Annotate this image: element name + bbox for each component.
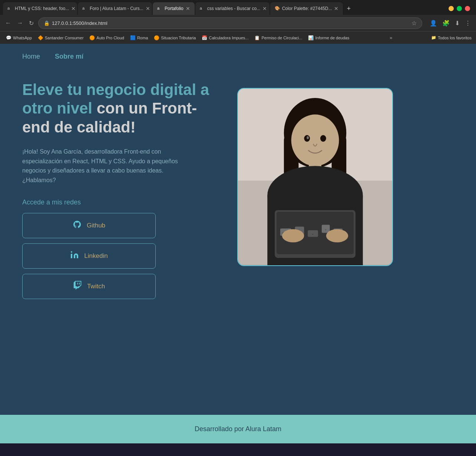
tab-3-favicon: a [157,6,162,11]
svg-point-0 [71,251,72,253]
portfolio-nav: Home Sobre mí [0,44,476,69]
minimize-button[interactable] [449,6,454,11]
github-icon [73,220,82,231]
hero-content: Eleve tu negocio digital a otro nivel co… [22,81,215,306]
bookmark-permiso[interactable]: 📋 Permiso de Circulaci... [253,35,304,41]
bookmark-autopro-label: Auto Pro Cloud [96,36,124,40]
profile-image-container: ◉ ★ ▲ ✦ [237,88,393,266]
svg-point-25 [326,229,348,243]
bookmark-autopro[interactable]: 🟠 Auto Pro Cloud [88,35,126,41]
extensions-icon[interactable]: 🧩 [441,18,451,28]
github-button[interactable]: Github [22,213,156,238]
tab-3-close[interactable]: ✕ [186,6,190,12]
svg-point-8 [320,135,326,142]
svg-point-9 [307,136,309,139]
permiso-icon: 📋 [254,35,260,40]
bookmark-whatsapp-label: WhatsApp [13,36,32,40]
whatsapp-icon: 💬 [6,35,11,40]
tab-1-favicon: a [7,6,13,11]
bookmark-whatsapp[interactable]: 💬 WhatsApp [4,35,33,41]
hero-section: Eleve tu negocio digital a otro nivel co… [0,69,476,329]
portfolio-page: Home Sobre mí Eleve tu negocio digital a… [0,44,476,415]
bookmark-situacion-label: Situacion Tributaria [161,36,196,40]
tab-2[interactable]: a Foro | Alura Latam - Curs... ✕ [78,2,152,15]
situacion-icon: 🟠 [154,35,159,40]
bookmarks-more-button[interactable]: » [390,35,392,40]
tab-4-label: css variables - Buscar co... [207,6,260,11]
new-tab-button[interactable]: + [344,3,354,14]
maximize-button[interactable] [457,6,462,11]
roma-icon: 🟦 [130,35,136,40]
social-section: Accede a mis redes Github [22,199,215,299]
tab-4-favicon: a [200,6,205,11]
santander-icon: 🔶 [38,35,43,40]
linkedin-button[interactable]: Linkedin [22,243,156,269]
bookmarks-folder-label: Todos los favoritos [438,36,472,40]
informe-icon: 📊 [308,35,314,40]
nav-home[interactable]: Home [22,53,40,60]
profile-image: ◉ ★ ▲ ✦ [238,89,392,265]
calculadora-icon: 📅 [202,35,207,40]
autopro-icon: 🟠 [89,35,95,40]
footer-text: Desarrollado por Alura Latam [10,425,466,433]
tab-4[interactable]: a css variables - Buscar co... ✕ [195,2,270,15]
twitch-icon [73,281,82,292]
star-icon[interactable]: ☆ [411,20,417,27]
portfolio-footer: Desarrollado por Alura Latam [0,415,476,443]
menu-icon[interactable]: ⋮ [463,18,472,28]
tab-1-label: HTML y CSS: header, foo... [15,6,69,11]
bookmark-calculadora[interactable]: 📅 Calculadora Impues... [200,35,250,41]
tab-4-close[interactable]: ✕ [262,6,267,12]
tab-2-close[interactable]: ✕ [146,6,150,12]
github-label: Github [87,222,105,229]
bookmark-roma-label: Roma [137,36,148,40]
tab-1[interactable]: a HTML y CSS: header, foo... ✕ [3,2,77,15]
social-heading: Accede a mis redes [22,199,215,206]
forward-button[interactable]: → [16,18,24,28]
svg-point-24 [282,229,304,243]
profile-icon[interactable]: 👤 [428,18,439,28]
tab-2-label: Foro | Alura Latam - Curs... [90,6,143,11]
hero-title: Eleve tu negocio digital a otro nivel co… [22,81,215,137]
tab-3-label: Portafolio [165,6,184,11]
window-controls [449,6,473,11]
bookmark-informe-label: Informe de deudas [315,36,349,40]
reload-button[interactable]: ↻ [27,18,35,28]
tab-bar: a HTML y CSS: header, foo... ✕ a Foro | … [0,0,476,15]
bookmarks-folder[interactable]: 📁 Todos los favoritos [431,35,472,40]
twitch-label: Twitch [87,283,105,290]
download-icon[interactable]: ⬇ [453,18,461,28]
bookmark-santander-label: Santander Consumer [45,36,84,40]
nav-sobre-mi[interactable]: Sobre mí [55,53,83,60]
address-text: 127.0.0.1:5500/index.html [52,20,409,26]
bookmark-situacion[interactable]: 🟠 Situacion Tributaria [152,35,197,41]
bookmarks-bar: 💬 WhatsApp 🔶 Santander Consumer 🟠 Auto P… [0,31,476,44]
tab-5-label: Color Palette: #27445D... [282,6,332,11]
hero-image-area: ◉ ★ ▲ ✦ [237,88,393,266]
toolbar-icons: 👤 🧩 ⬇ ⋮ [428,18,472,28]
folder-icon: 📁 [431,35,436,40]
bookmark-santander[interactable]: 🔶 Santander Consumer [36,35,85,41]
svg-point-6 [291,115,339,166]
lock-icon: 🔒 [44,20,50,26]
browser-chrome: a HTML y CSS: header, foo... ✕ a Foro | … [0,0,476,44]
tab-2-favicon: a [82,6,87,11]
tab-5-close[interactable]: ✕ [334,6,338,12]
tab-1-close[interactable]: ✕ [71,6,76,12]
twitch-button[interactable]: Twitch [22,274,156,299]
bookmark-permiso-label: Permiso de Circulaci... [261,36,302,40]
linkedin-label: Linkedin [84,252,108,260]
bookmark-roma[interactable]: 🟦 Roma [129,35,149,41]
close-window-button[interactable] [465,6,470,11]
tab-5[interactable]: 🎨 Color Palette: #27445D... ✕ [270,2,343,15]
svg-text:✦: ✦ [324,228,327,232]
tab-5-favicon: 🎨 [275,6,280,11]
hero-description: ¡Hola! Soy Ana García, desarrolladora Fr… [22,147,178,185]
bookmark-informe[interactable]: 📊 Informe de deudas [307,35,351,41]
back-button[interactable]: ← [4,18,13,28]
linkedin-icon [70,250,79,262]
address-bar[interactable]: 🔒 127.0.0.1:5500/index.html ☆ [38,17,422,29]
tab-3-portafolio[interactable]: a Portafolio ✕ [153,2,195,15]
address-bar-row: ← → ↻ 🔒 127.0.0.1:5500/index.html ☆ 👤 🧩 … [0,15,476,31]
bookmark-calculadora-label: Calculadora Impues... [209,36,248,40]
